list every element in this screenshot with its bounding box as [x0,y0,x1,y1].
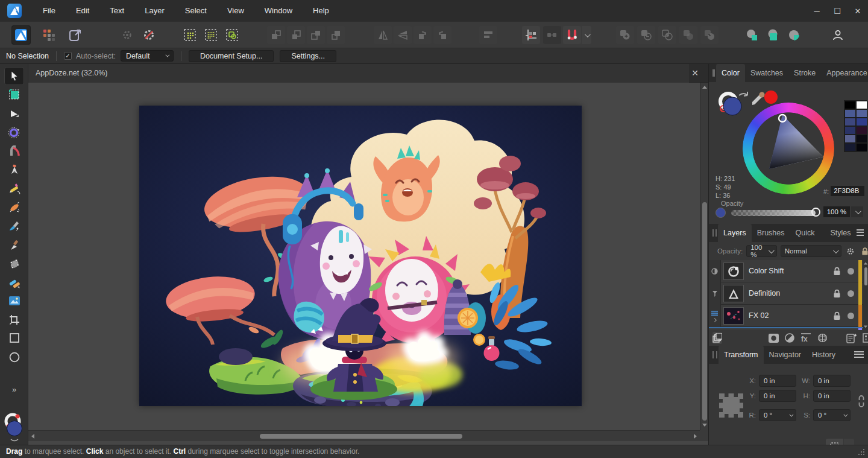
menu-file[interactable]: File [33,0,66,22]
move-to-back-button[interactable] [267,26,285,44]
live-filter-button[interactable] [817,333,828,343]
settings-button[interactable]: Settings... [280,50,336,62]
h-input[interactable]: 0 in [813,390,851,402]
document-setup-button[interactable]: Document Setup... [189,50,274,62]
tab-quick-fx[interactable]: Quick FX [790,224,825,242]
tab-appearance[interactable]: Appearance [821,64,868,82]
opacity-color-swatch[interactable] [715,208,726,218]
swatch-cell[interactable] [844,101,856,109]
move-tool[interactable] [5,68,24,84]
account-button[interactable] [829,26,847,44]
auto-select-dropdown[interactable]: Default [121,50,174,62]
layer-visibility-toggle[interactable] [848,290,854,297]
paint-brush-tool[interactable] [5,218,24,235]
swatch-cell[interactable] [856,109,867,118]
adjustment-layer-button[interactable] [785,333,794,343]
w-input[interactable]: 0 in [813,375,851,387]
swatch-cell[interactable] [844,143,856,151]
swatch-cell[interactable] [856,126,867,135]
link-dimensions-icon[interactable] [858,395,865,407]
menu-help[interactable]: Help [303,0,339,22]
pen-tool[interactable] [5,162,24,179]
close-button[interactable]: ✕ [848,0,868,22]
window-resize-grip[interactable] [858,449,864,455]
insert-on-top-button[interactable] [785,26,803,44]
swatch-cell[interactable] [844,126,856,135]
artboard-tool[interactable] [5,86,24,103]
tab-layers[interactable]: Layers [718,224,752,242]
swatch-cell[interactable] [856,118,867,126]
designer-persona-button[interactable] [12,26,30,44]
layer-row[interactable]: Definition [709,282,868,305]
more-tools-button[interactable]: » [5,381,24,398]
horizontal-scrollbar[interactable] [28,430,700,441]
layer-thumbnail-definition[interactable] [723,285,744,302]
boolean-subtract-button[interactable] [637,26,655,44]
swatch-cell[interactable] [856,101,867,109]
panel-grip[interactable] [712,69,715,77]
layer-visibility-toggle[interactable] [848,313,854,319]
snap-shape-button[interactable] [223,26,241,44]
settings-gear-disabled-button[interactable] [118,26,136,44]
alignment-button[interactable] [479,26,497,44]
panel-grip[interactable] [712,351,717,358]
pixel-persona-button[interactable] [40,26,58,44]
swatch-cell[interactable] [856,135,867,143]
tab-styles[interactable]: Styles [825,224,857,242]
opacity-dropdown-chevron[interactable] [851,206,863,217]
snapping-options-chevron[interactable] [582,26,591,44]
canvas-viewport[interactable] [28,83,700,430]
move-to-front-button[interactable] [327,26,345,44]
layer-lock-icon[interactable] [833,289,841,298]
place-image-tool[interactable] [5,293,24,310]
tab-transform[interactable]: Transform [719,346,764,364]
snap-grid-dense-button[interactable] [202,26,220,44]
layers-scrollbar-thumb[interactable] [864,267,867,285]
rotate-ccw-button[interactable] [414,26,432,44]
blend-mode-dropdown[interactable]: Normal [781,245,842,257]
rotate-cw-button[interactable] [433,26,451,44]
snap-grid-fine-button[interactable] [181,26,199,44]
swatch-cell[interactable] [844,109,856,118]
snapping-magnet-toggle[interactable] [563,26,581,44]
pencil-tool[interactable] [5,180,24,197]
point-transform-tool[interactable] [5,124,24,141]
menu-view[interactable]: View [217,0,254,22]
panel-menu-icon[interactable] [857,227,864,237]
tab-stroke[interactable]: Stroke [788,64,821,82]
anchor-point-selector[interactable] [719,393,744,418]
corner-tool[interactable] [5,143,24,160]
boolean-xor-button[interactable] [700,26,719,44]
move-back-one-button[interactable] [287,26,305,44]
layer-thumbnail-color-shift[interactable] [723,262,744,280]
swatch-cell[interactable] [844,118,856,126]
y-input[interactable]: 0 in [759,390,796,402]
vector-brush-tool[interactable] [5,199,24,216]
layer-lock-icon[interactable] [833,311,841,320]
maximize-button[interactable]: ☐ [827,0,848,22]
rotation-dropdown[interactable]: 0 ° [759,409,796,421]
minimize-button[interactable]: ─ [807,0,827,22]
flip-vertical-button[interactable] [394,26,412,44]
panel-grip[interactable] [712,229,717,237]
assistant-gear-button[interactable] [140,26,158,44]
fill-stroke-selector[interactable] [4,413,25,447]
ellipse-tool[interactable] [5,349,24,366]
layer-effects-fx-button[interactable]: fx [800,333,811,343]
node-tool[interactable] [5,106,24,122]
auto-select-checkbox[interactable]: ✓ [64,52,72,60]
crop-tool[interactable] [5,311,24,328]
move-by-whole-pixels-toggle[interactable] [522,26,540,44]
picked-color-swatch[interactable] [764,91,778,104]
fill-mesh-tool[interactable] [5,255,24,272]
layers-opacity-dropdown[interactable]: 100 % [746,245,777,257]
transform-separately-toggle[interactable] [543,26,561,44]
menu-layer[interactable]: Layer [134,0,175,22]
new-layer-button[interactable] [846,333,857,343]
duplicate-layers-button[interactable] [712,332,722,344]
opacity-slider-knob[interactable] [811,208,820,217]
tab-color[interactable]: Color [716,64,745,82]
boolean-divide-button[interactable] [679,26,697,44]
export-persona-button[interactable] [66,26,84,44]
close-icon[interactable]: ✕ [690,68,700,78]
